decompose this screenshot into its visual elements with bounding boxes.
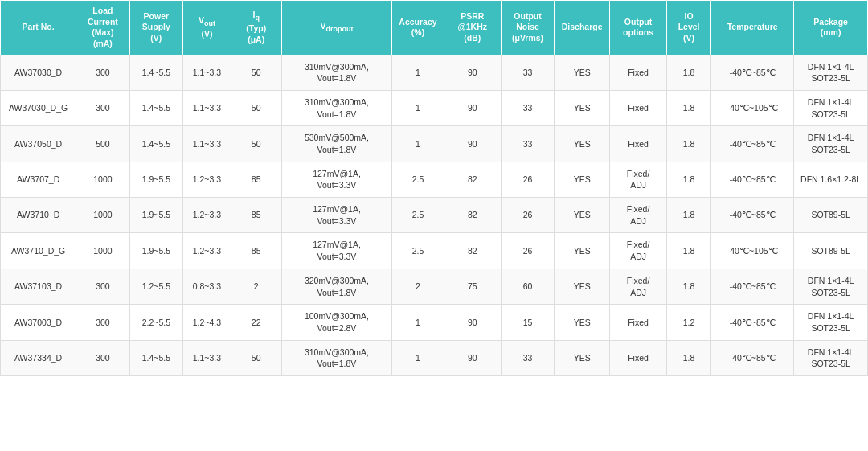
cell-noise: 33	[501, 340, 554, 375]
cell-pkg: DFN 1×1-4L SOT23-5L	[794, 55, 868, 90]
cell-psrr: 90	[444, 55, 501, 90]
cell-io: 1.8	[667, 55, 711, 90]
cell-temp: -40℃~85℃	[711, 162, 794, 197]
cell-load: 1000	[76, 198, 129, 233]
cell-noise: 33	[501, 90, 554, 125]
cell-load: 1000	[76, 233, 129, 269]
product-table: Part No. LoadCurrent(Max)(mA) PowerSuppl…	[0, 0, 868, 376]
cell-io: 1.8	[667, 162, 711, 197]
cell-psrr: 75	[444, 269, 501, 304]
cell-iq: 50	[231, 340, 281, 375]
cell-partno: AW3710_D	[1, 198, 76, 233]
cell-vdrop: 127mV@1A,Vout=3.3V	[281, 198, 392, 233]
cell-pkg: DFN 1×1-4L SOT23-5L	[794, 126, 868, 162]
cell-temp: -40℃~85℃	[711, 198, 794, 233]
table-row: AW37334_D3001.4~5.51.1~3.350310mV@300mA,…	[1, 340, 868, 375]
cell-psrr: 90	[444, 305, 501, 340]
cell-dis: YES	[555, 126, 610, 162]
cell-supply: 1.4~5.5	[129, 90, 182, 125]
cell-vout: 1.1~3.3	[183, 90, 231, 125]
header-iq: Iq(Typ)(μA)	[231, 1, 281, 55]
cell-pkg: DFN 1.6×1.2-8L	[794, 162, 868, 197]
cell-supply: 1.4~5.5	[129, 340, 182, 375]
cell-iq: 50	[231, 55, 281, 90]
cell-acc: 2.5	[392, 233, 444, 269]
cell-supply: 1.4~5.5	[129, 126, 182, 162]
cell-acc: 1	[392, 90, 444, 125]
cell-partno: AW3710_D_G	[1, 233, 76, 269]
cell-partno: AW3707_D	[1, 162, 76, 197]
cell-acc: 1	[392, 305, 444, 340]
cell-out: Fixed	[610, 55, 667, 90]
cell-vdrop: 310mV@300mA,Vout=1.8V	[281, 55, 392, 90]
cell-dis: YES	[555, 269, 610, 304]
cell-dis: YES	[555, 90, 610, 125]
table-row: AW37050_D5001.4~5.51.1~3.350530mV@500mA,…	[1, 126, 868, 162]
cell-temp: -40℃~105℃	[711, 90, 794, 125]
header-vdrop: Vdropout	[281, 1, 392, 55]
cell-acc: 2	[392, 269, 444, 304]
cell-out: Fixed/ADJ	[610, 233, 667, 269]
cell-iq: 22	[231, 305, 281, 340]
table-row: AW3707_D10001.9~5.51.2~3.385127mV@1A,Vou…	[1, 162, 868, 197]
cell-iq: 2	[231, 269, 281, 304]
cell-load: 300	[76, 269, 129, 304]
cell-temp: -40℃~85℃	[711, 340, 794, 375]
cell-vdrop: 530mV@500mA,Vout=1.8V	[281, 126, 392, 162]
cell-io: 1.2	[667, 305, 711, 340]
cell-dis: YES	[555, 305, 610, 340]
cell-noise: 15	[501, 305, 554, 340]
cell-vout: 1.2~3.3	[183, 162, 231, 197]
cell-pkg: SOT89-5L	[794, 198, 868, 233]
cell-iq: 50	[231, 126, 281, 162]
header-temperature: Temperature	[711, 1, 794, 55]
cell-psrr: 82	[444, 162, 501, 197]
cell-vout: 1.1~3.3	[183, 340, 231, 375]
cell-acc: 1	[392, 126, 444, 162]
cell-io: 1.8	[667, 233, 711, 269]
cell-psrr: 90	[444, 340, 501, 375]
table-row: AW37030_D_G3001.4~5.51.1~3.350310mV@300m…	[1, 90, 868, 125]
cell-out: Fixed/ADJ	[610, 269, 667, 304]
header-load: LoadCurrent(Max)(mA)	[76, 1, 129, 55]
cell-acc: 1	[392, 340, 444, 375]
cell-temp: -40℃~85℃	[711, 269, 794, 304]
cell-noise: 60	[501, 269, 554, 304]
cell-io: 1.8	[667, 198, 711, 233]
cell-partno: AW37050_D	[1, 126, 76, 162]
cell-dis: YES	[555, 162, 610, 197]
cell-io: 1.8	[667, 90, 711, 125]
cell-temp: -40℃~85℃	[711, 55, 794, 90]
cell-io: 1.8	[667, 340, 711, 375]
header-discharge: Discharge	[555, 1, 610, 55]
cell-pkg: SOT89-5L	[794, 233, 868, 269]
cell-psrr: 90	[444, 126, 501, 162]
cell-noise: 33	[501, 55, 554, 90]
cell-vdrop: 310mV@300mA,Vout=1.8V	[281, 90, 392, 125]
cell-vdrop: 100mV@300mA,Vout=2.8V	[281, 305, 392, 340]
cell-psrr: 82	[444, 233, 501, 269]
cell-acc: 2.5	[392, 198, 444, 233]
header-acc: Accuracy(%)	[392, 1, 444, 55]
table-row: AW37103_D3001.2~5.50.8~3.32320mV@300mA,V…	[1, 269, 868, 304]
cell-supply: 1.2~5.5	[129, 269, 182, 304]
cell-out: Fixed	[610, 90, 667, 125]
cell-load: 300	[76, 90, 129, 125]
cell-psrr: 82	[444, 198, 501, 233]
cell-dis: YES	[555, 233, 610, 269]
cell-vdrop: 127mV@1A,Vout=3.3V	[281, 233, 392, 269]
cell-temp: -40℃~105℃	[711, 233, 794, 269]
cell-vout: 1.1~3.3	[183, 55, 231, 90]
cell-supply: 1.9~5.5	[129, 198, 182, 233]
cell-vdrop: 310mV@300mA,Vout=1.8V	[281, 340, 392, 375]
header-partno: Part No.	[1, 1, 76, 55]
cell-iq: 85	[231, 233, 281, 269]
cell-pkg: DFN 1×1-4L SOT23-5L	[794, 305, 868, 340]
header-output-options: Outputoptions	[610, 1, 667, 55]
cell-out: Fixed	[610, 305, 667, 340]
cell-psrr: 90	[444, 90, 501, 125]
cell-supply: 1.4~5.5	[129, 55, 182, 90]
cell-iq: 85	[231, 162, 281, 197]
cell-partno: AW37103_D	[1, 269, 76, 304]
cell-load: 300	[76, 305, 129, 340]
